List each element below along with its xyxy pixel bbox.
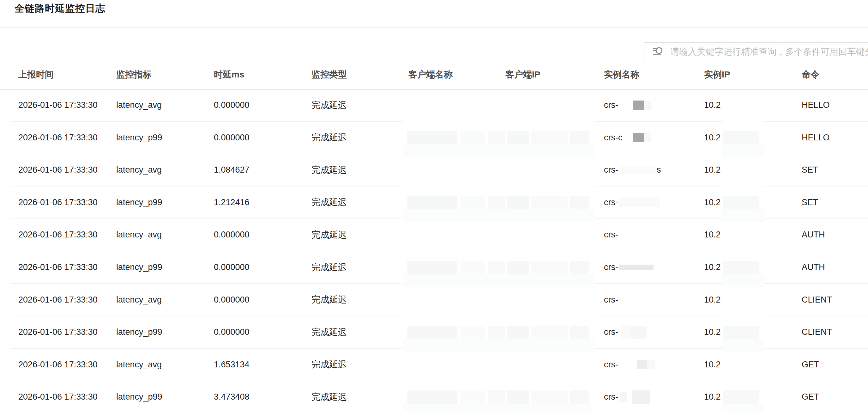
instance-name-fragment: crs-	[604, 360, 618, 370]
cell-monitor-type: 完成延迟	[311, 186, 347, 218]
instance-name-fragment: crs-	[604, 198, 618, 207]
cell-monitor-type: 完成延迟	[311, 284, 347, 316]
instance-name-fragment: crs-	[604, 262, 618, 272]
redaction-ghost	[460, 131, 485, 145]
instance-name-fragment: crs-	[604, 327, 618, 337]
redaction-ghost	[460, 196, 485, 209]
cell-instance-ip: 10.2	[704, 219, 721, 251]
cell-report-time: 2026-01-06 17:33:30	[18, 349, 98, 381]
cell-report-time: 2026-01-06 17:33:30	[18, 154, 98, 186]
redaction-ghost	[488, 131, 505, 145]
cell-command: SET	[802, 154, 818, 186]
cell-monitor-type: 完成延迟	[311, 154, 347, 186]
cell-instance-name: crs-	[604, 349, 655, 381]
redaction-ghost	[507, 326, 529, 339]
cell-instance-name: crs-c	[604, 122, 651, 154]
redaction-ghost-strip	[403, 339, 594, 352]
redaction-ghost	[460, 261, 485, 274]
redaction-ghost-strip	[403, 209, 594, 222]
cell-report-time: 2026-01-06 17:33:30	[18, 316, 98, 348]
cell-instance-ip: 10.2	[704, 122, 721, 154]
redaction-block	[620, 392, 627, 403]
cell-instance-name: crs-	[604, 316, 647, 348]
cell-instance-name: crs-	[604, 89, 651, 121]
redaction-ghost	[531, 390, 568, 404]
redaction-ghost	[531, 196, 568, 209]
redaction-block	[619, 166, 657, 174]
cell-latency: 0.000000	[214, 219, 250, 251]
instance-name-fragment: crs-	[604, 165, 618, 175]
redaction-ghost	[407, 196, 457, 209]
redaction-ghost	[460, 390, 485, 404]
cell-report-time: 2026-01-06 17:33:30	[18, 381, 98, 411]
cell-latency: 1.653134	[214, 349, 250, 381]
cell-latency: 0.000000	[214, 316, 250, 348]
redaction-ghost	[407, 261, 457, 274]
redaction-ghost-strip	[722, 274, 764, 287]
redaction-ghost	[407, 131, 457, 145]
cell-latency: 3.473408	[214, 381, 250, 411]
redaction-ghost	[407, 390, 457, 404]
instance-name-fragment: crs-	[604, 392, 618, 402]
redaction-ghost	[570, 196, 589, 209]
redaction-ghost	[488, 261, 505, 274]
cell-metric: latency_avg	[116, 219, 162, 251]
redaction-ghost-strip	[403, 404, 594, 411]
redaction-ghost	[723, 326, 759, 339]
cell-latency: 0.000000	[214, 89, 250, 121]
redaction-block	[621, 326, 631, 339]
redaction-ghost	[531, 261, 568, 274]
redaction-ghost	[570, 131, 589, 145]
redaction-block	[637, 360, 647, 369]
cell-command: GET	[802, 349, 819, 381]
cell-command: CLIENT	[802, 316, 832, 348]
cell-metric: latency_avg	[116, 349, 162, 381]
cell-instance-name: crs-	[604, 186, 660, 218]
cell-command: HELLO	[802, 122, 830, 154]
cell-instance-ip: 10.2	[704, 186, 721, 218]
redaction-ghost-strip	[722, 339, 764, 352]
cell-metric: latency_avg	[116, 284, 162, 316]
redaction-ghost	[507, 261, 529, 274]
cell-latency: 1.212416	[214, 186, 250, 218]
redaction-ghost-strip	[722, 209, 764, 222]
cell-instance-ip: 10.2	[704, 381, 721, 411]
redaction-block	[647, 360, 655, 369]
redaction-block	[619, 265, 653, 270]
cell-report-time: 2026-01-06 17:33:30	[18, 122, 98, 154]
redaction-ghost	[507, 131, 529, 145]
cell-instance-ip: 10.2	[704, 154, 721, 186]
redaction-ghost	[570, 390, 589, 404]
redaction-ghost	[488, 196, 505, 209]
cell-monitor-type: 完成延迟	[311, 381, 347, 411]
cell-monitor-type: 完成延迟	[311, 122, 347, 154]
redaction-ghost	[407, 326, 457, 339]
cell-monitor-type: 完成延迟	[311, 316, 347, 348]
redaction-block	[633, 100, 644, 110]
cell-monitor-type: 完成延迟	[311, 89, 347, 121]
redaction-ghost	[507, 390, 529, 404]
cell-command: GET	[802, 381, 819, 411]
cell-metric: latency_p99	[116, 251, 162, 283]
cell-report-time: 2026-01-06 17:33:30	[18, 251, 98, 283]
cell-instance-ip: 10.2	[704, 284, 721, 316]
cell-instance-ip: 10.2	[704, 316, 721, 348]
cell-metric: latency_p99	[116, 186, 162, 218]
cell-monitor-type: 完成延迟	[311, 219, 347, 251]
cell-latency: 0.000000	[214, 284, 250, 316]
redaction-ghost-strip	[722, 404, 764, 411]
cell-metric: latency_p99	[116, 316, 162, 348]
cell-command: AUTH	[802, 251, 825, 283]
redaction-ghost	[460, 326, 485, 339]
redaction-ghost	[488, 390, 505, 404]
redaction-ghost	[723, 261, 759, 274]
redaction-ghost	[723, 196, 759, 209]
cell-report-time: 2026-01-06 17:33:30	[18, 219, 98, 251]
instance-name-fragment: s	[657, 165, 661, 175]
cell-metric: latency_p99	[116, 122, 162, 154]
redaction-ghost-strip	[403, 274, 594, 287]
cell-report-time: 2026-01-06 17:33:30	[18, 89, 98, 121]
cell-instance-ip: 10.2	[704, 89, 721, 121]
cell-instance-name: crs-s	[604, 154, 661, 186]
redaction-ghost	[570, 326, 589, 339]
